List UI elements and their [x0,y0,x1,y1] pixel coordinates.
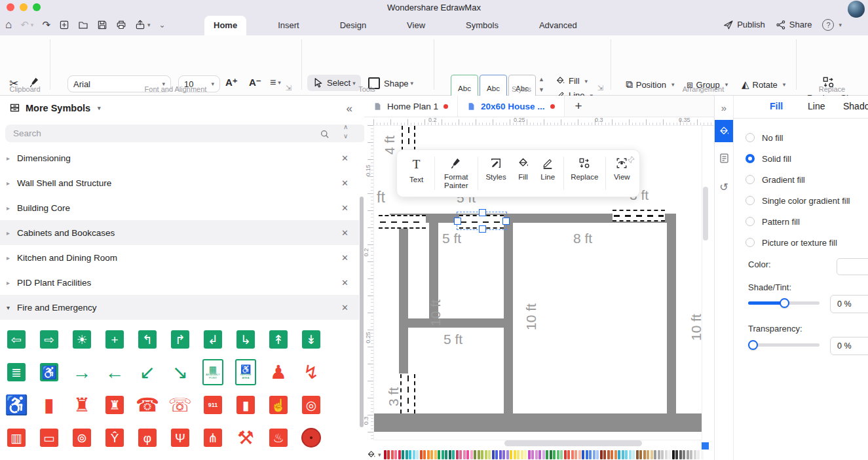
emergency-shutoff-sign[interactable]: Ŷ [105,429,124,447]
color-swatch[interactable] [622,450,624,459]
color-swatch[interactable] [639,450,642,459]
color-swatch[interactable] [481,450,483,459]
dimension-label[interactable]: 3 ft [386,387,402,406]
context-format-painter-button[interactable]: Format Painter [438,150,475,197]
color-swatch[interactable] [611,450,613,459]
color-swatch[interactable] [416,450,419,459]
color-swatch[interactable] [402,450,404,459]
emergency-exit-left[interactable]: ↲ [204,330,222,349]
color-swatch[interactable] [632,450,635,459]
assembly-point[interactable]: ▦ ASSEMBLY POINT [202,359,223,385]
color-swatch[interactable] [603,450,606,459]
color-swatch[interactable] [434,450,437,459]
tab-advanced[interactable]: Advanced [530,16,586,35]
color-swatch[interactable] [521,450,523,459]
hydrant-outlet-sign[interactable]: Ψ [171,429,189,447]
color-swatch[interactable] [430,450,433,459]
panel-tab-history-icon[interactable]: ↺ [715,181,733,193]
color-swatch[interactable] [514,450,516,459]
color-swatch[interactable] [636,450,639,459]
expand-arrow-icon[interactable] [7,229,17,237]
person[interactable]: ♟ [270,363,287,382]
color-swatch[interactable] [687,450,689,459]
user-avatar[interactable] [848,1,865,18]
styles-dialog-expander-icon[interactable]: ⇲ [597,84,603,92]
color-swatch[interactable] [607,450,610,459]
color-swatch[interactable] [560,450,563,459]
fill-option-radio[interactable]: Picture or texture fill [745,232,850,253]
wall-right[interactable] [667,214,676,413]
color-swatch[interactable] [647,450,649,459]
first-aid[interactable]: + [105,330,124,349]
collapse-panel-icon[interactable]: « [347,102,352,115]
direction-arrow-left[interactable]: ← [105,363,124,382]
dimension-label[interactable]: 8 ft [573,231,592,246]
color-swatch[interactable] [384,450,387,459]
wall-interior-horizontal[interactable] [399,318,512,328]
escape-route-right[interactable]: ↱ [171,330,189,349]
color-swatch[interactable] [697,450,700,459]
color-swatch[interactable] [438,450,440,459]
expand-arrow-icon[interactable] [7,204,17,212]
dimension-label[interactable]: 10 ft [523,303,539,330]
share-button[interactable]: Share [776,20,812,31]
fill-menu-button[interactable]: Fill▾ [556,76,588,86]
ladder[interactable]: ≣ [7,363,26,381]
panel-tab-page-icon[interactable] [715,152,733,164]
export-icon[interactable]: ▾ [135,20,151,30]
fill-option-radio[interactable]: Single color gradient fill [745,190,850,211]
emergency-alarm[interactable]: ☀ [73,330,91,349]
refuge-area[interactable]: ♿ REFUGE AREA [235,359,256,385]
save-icon[interactable] [97,20,107,30]
window-top-right[interactable] [613,210,665,221]
home-icon[interactable]: ⌂ [5,18,12,31]
dimension-label[interactable]: 5 ft [443,332,462,347]
remove-category-icon[interactable] [341,278,349,288]
shade-tint-slider[interactable] [748,301,820,305]
context-text-button[interactable]: TText [401,150,432,197]
expand-arrow-icon[interactable] [7,155,17,162]
window-top-entry[interactable] [402,126,415,151]
emergency-911-sign[interactable]: 911 [204,396,222,414]
phone-handset[interactable]: ☏ [168,396,192,415]
context-line-button[interactable]: Line [535,150,561,197]
transparency-slider-thumb[interactable] [748,340,758,350]
tab-view[interactable]: View [398,16,434,35]
color-swatch[interactable] [427,450,430,459]
search-icon[interactable] [320,128,330,140]
open-file-icon[interactable] [78,20,88,30]
horizontal-scrollbar[interactable] [504,440,642,446]
fire-bell-sign[interactable]: ♨ [269,429,288,447]
selection-handle-bottom[interactable] [479,225,486,233]
document-tab-20x60-house[interactable]: 20x60 House ... [458,96,565,117]
symbol-category[interactable]: Dimensioning [0,145,359,170]
stairs-down-fire[interactable]: ↡ [302,330,320,349]
window-left-lower[interactable] [400,374,415,413]
publish-button[interactable]: Publish [723,20,765,31]
wall-interior-vertical-2[interactable] [504,223,513,413]
color-swatch[interactable] [668,450,671,459]
color-swatch[interactable] [406,450,408,459]
color-swatch[interactable] [654,450,656,459]
color-swatch[interactable] [614,450,617,459]
color-swatch[interactable] [557,450,559,459]
color-swatch[interactable] [391,450,394,459]
expand-arrow-icon[interactable] [7,180,17,187]
emergency-exit-right[interactable]: ↳ [236,330,255,349]
color-swatch[interactable] [593,450,595,459]
expand-arrow-icon[interactable] [7,304,17,311]
dimension-label[interactable]: 10 ft [428,299,443,326]
fill-option-radio[interactable]: No fill [745,127,850,148]
color-swatch[interactable] [690,450,692,459]
color-swatch[interactable] [542,450,545,459]
symbol-category[interactable]: Fire and Emergency [0,295,359,320]
color-swatch[interactable] [546,450,548,459]
color-swatch[interactable] [506,450,509,459]
color-swatch[interactable] [553,450,556,459]
dimension-label[interactable]: 4 ft [382,136,398,155]
color-swatch[interactable] [531,450,534,459]
color-swatch[interactable] [658,450,660,459]
color-swatch[interactable] [571,450,574,459]
color-swatch[interactable] [589,450,592,459]
color-swatch[interactable] [387,450,390,459]
